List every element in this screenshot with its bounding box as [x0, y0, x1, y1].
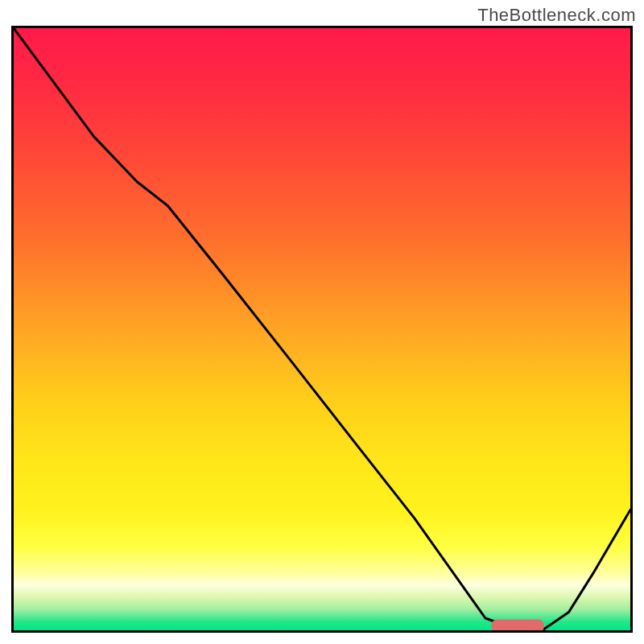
watermark-text: TheBottleneck.com [477, 5, 636, 26]
chart-svg [14, 28, 630, 630]
plot-area [11, 26, 633, 633]
optimal-range-marker [492, 620, 544, 631]
gradient-background [14, 28, 630, 630]
chart-container: TheBottleneck.com [0, 0, 644, 644]
